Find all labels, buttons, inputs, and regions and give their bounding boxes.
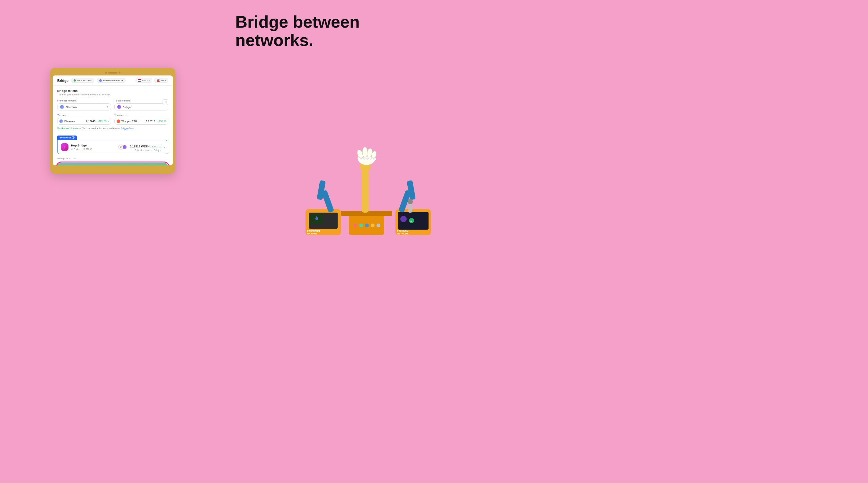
bridge-fee-value: $10.43 bbox=[86, 148, 92, 150]
left-panel: Bridge Main Account Ethereum Network USD bbox=[0, 0, 226, 242]
expand-bridge-icon[interactable]: › bbox=[164, 146, 165, 149]
svg-text:POLYGON: POLYGON bbox=[397, 230, 408, 232]
gas-chevron: ▾ bbox=[164, 79, 166, 82]
bridge-card[interactable]: ↕ Hop Bridge ⏱ 3 mins 📋 $10.43 bbox=[57, 140, 168, 154]
hop-bridge-icon: ↕ bbox=[61, 143, 68, 151]
you-send-label: You send bbox=[57, 114, 111, 117]
send-token-name: Ethereum bbox=[64, 120, 75, 123]
laptop-mockup: Bridge Main Account Ethereum Network USD bbox=[50, 68, 176, 174]
section-title: Bridge tokens bbox=[57, 89, 168, 93]
header-right: USD ▾ ⛽ 30 ▾ bbox=[135, 78, 168, 83]
bridge-amount-row: 0.12515 WETH $241.10 bbox=[130, 143, 161, 149]
receive-token-icon bbox=[117, 120, 120, 123]
from-network-group: From this network Ethereum ▾ bbox=[57, 99, 111, 110]
from-network-select[interactable]: Ethereum ▾ bbox=[57, 103, 111, 110]
svg-point-14 bbox=[365, 224, 369, 227]
polygon-scan-link[interactable]: PolygonScan. bbox=[121, 127, 134, 129]
verified-text: Verified on 11 sources. You can confirm … bbox=[57, 127, 168, 129]
token-stack-weth: W bbox=[118, 144, 123, 150]
to-network-select[interactable]: Polygon bbox=[114, 103, 168, 110]
svg-point-12 bbox=[353, 224, 357, 227]
svg-text:∞: ∞ bbox=[410, 220, 412, 223]
gas-button[interactable]: ⛽ 30 ▾ bbox=[154, 78, 168, 83]
eth-network-icon bbox=[99, 79, 102, 82]
bridge-amount-group: 0.12515 WETH $241.10 Estimated return on… bbox=[130, 143, 161, 151]
token-stack: W bbox=[118, 144, 127, 150]
you-receive-field: You receive Wrapped ETH 0.12515 +$241.10 bbox=[114, 114, 168, 125]
send-amount: 0.13043 bbox=[76, 120, 95, 123]
gas-value: 30 bbox=[161, 79, 163, 82]
send-chevron-icon: ▾ bbox=[107, 120, 109, 123]
right-panel: Bridge between networks. ETHEREUM MAINNE… bbox=[226, 0, 434, 242]
currency-button[interactable]: USD ▾ bbox=[135, 78, 152, 83]
copy-button[interactable]: ⎘ bbox=[162, 99, 168, 105]
laptop-dot bbox=[105, 72, 107, 73]
from-chevron-icon: ▾ bbox=[107, 106, 108, 108]
svg-text:NETWORK: NETWORK bbox=[397, 232, 409, 235]
svg-rect-22 bbox=[362, 168, 369, 213]
receive-token-name: Wrapped ETH bbox=[121, 120, 136, 123]
bridge-time: ⏱ 3 mins bbox=[71, 148, 80, 150]
new-quote-text: New quote in 0:59 bbox=[57, 157, 168, 160]
to-network-label: To this network bbox=[114, 99, 168, 102]
account-label: Main Account bbox=[77, 79, 92, 82]
section-subtitle: Transfer your tokens from one network to… bbox=[57, 93, 168, 96]
network-pill[interactable]: Ethereum Network bbox=[97, 78, 126, 83]
from-network-value: Ethereum bbox=[65, 106, 77, 108]
fee-icon: 📋 bbox=[83, 148, 85, 150]
network-label: Ethereum Network bbox=[103, 79, 123, 82]
hero-title-line1: Bridge between bbox=[236, 12, 360, 31]
network-fields-row: From this network Ethereum ▾ To this net… bbox=[57, 99, 168, 110]
laptop-notch bbox=[108, 72, 117, 73]
bridge-sub-text: Estimated return on Polygon bbox=[130, 149, 161, 151]
you-send-select[interactable]: Ethereum 0.13043 +$251.53 ▾ bbox=[57, 118, 111, 125]
you-receive-select[interactable]: Wrapped ETH 0.12515 +$241.10 bbox=[114, 118, 168, 125]
bridge-usd-amount: $241.10 bbox=[152, 145, 161, 148]
send-receive-row: You send Ethereum 0.13043 +$251.53 ▾ You… bbox=[57, 114, 168, 125]
clock-icon: ⏱ bbox=[71, 148, 73, 150]
ethereum-icon bbox=[60, 105, 64, 109]
receive-amount: 0.12515 bbox=[138, 120, 155, 123]
svg-point-33 bbox=[408, 199, 413, 204]
page-title: Bridge bbox=[57, 79, 68, 83]
from-network-label: From this network bbox=[57, 99, 111, 102]
bridge-weth-amount: 0.12515 WETH bbox=[130, 145, 150, 148]
svg-point-8 bbox=[400, 216, 407, 222]
app-content: Bridge tokens Transfer your tokens from … bbox=[53, 86, 173, 165]
flag-icon bbox=[138, 79, 141, 82]
header-left: Bridge Main Account Ethereum Network bbox=[57, 78, 126, 83]
bridge-name: Hop Bridge bbox=[71, 144, 116, 147]
app-header: Bridge Main Account Ethereum Network USD bbox=[53, 75, 173, 86]
hero-title-line2: networks. bbox=[236, 31, 313, 50]
laptop-screen: Bridge Main Account Ethereum Network USD bbox=[53, 75, 173, 165]
account-status-dot bbox=[73, 79, 76, 82]
laptop-notch-bar bbox=[53, 70, 173, 75]
send-usd: +$251.53 bbox=[98, 120, 106, 122]
receive-usd: +$241.10 bbox=[157, 120, 166, 122]
bridge-info: Hop Bridge ⏱ 3 mins 📋 $10.43 bbox=[71, 144, 116, 150]
account-pill[interactable]: Main Account bbox=[71, 78, 94, 83]
best-price-badge: Best Price ⓘ bbox=[57, 135, 77, 140]
hero-title: Bridge between networks. bbox=[236, 13, 421, 50]
svg-point-15 bbox=[371, 224, 375, 227]
to-network-value: Polygon bbox=[123, 106, 132, 108]
illustration: ETHEREUM MAINNET POLYGON NETWORK bbox=[299, 142, 434, 242]
currency-chevron: ▾ bbox=[148, 79, 150, 82]
verified-strong: Verified on 11 sources. bbox=[57, 127, 82, 129]
you-send-field: You send Ethereum 0.13043 +$251.53 ▾ bbox=[57, 114, 111, 125]
bridge-meta: ⏱ 3 mins 📋 $10.43 bbox=[71, 148, 116, 150]
best-price-section: Best Price ⓘ ↕ Hop Bridge ⏱ 3 mins bbox=[57, 134, 168, 154]
gas-icon: ⛽ bbox=[157, 79, 160, 82]
verified-sub: You can confirm the token address on bbox=[82, 127, 121, 129]
polygon-icon bbox=[117, 105, 121, 109]
send-token-icon bbox=[59, 120, 63, 123]
you-receive-label: You receive bbox=[114, 114, 168, 117]
currency-label: USD bbox=[142, 79, 148, 82]
svg-rect-32 bbox=[408, 203, 412, 213]
to-network-group: To this network Polygon bbox=[114, 99, 168, 110]
svg-point-26 bbox=[362, 147, 368, 157]
svg-point-16 bbox=[376, 224, 380, 227]
submit-transaction-button[interactable]: Submit transaction bbox=[57, 163, 168, 165]
svg-point-13 bbox=[359, 224, 363, 227]
svg-text:MAINNET: MAINNET bbox=[307, 232, 318, 235]
